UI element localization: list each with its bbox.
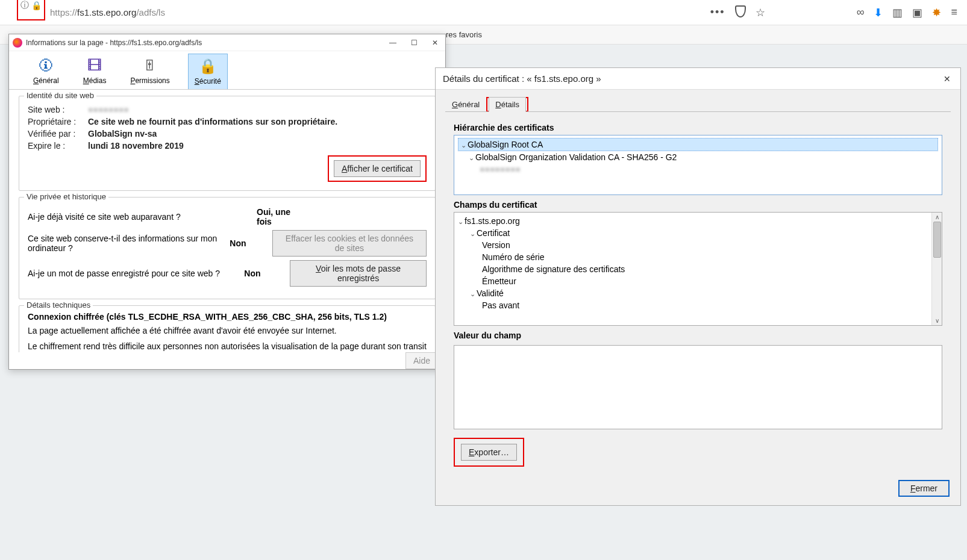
field-certificat-label: Certificat <box>477 228 510 238</box>
site-value: ■■■■■■■■ <box>88 105 427 114</box>
cert-tab-details-label: étails <box>501 100 519 109</box>
view-certificate-button[interactable]: Afficher le certificat <box>334 160 421 177</box>
help-button[interactable]: Aide <box>405 352 438 369</box>
menu-icon[interactable]: ≡ <box>951 6 957 19</box>
page-actions-icon[interactable]: ••• <box>710 6 725 19</box>
page-info-title-prefix: Informations sur la page - <box>26 39 110 47</box>
technical-legend: Détails techniques <box>24 300 93 310</box>
field-validity-label: Validité <box>477 288 504 298</box>
page-info-tabs: 🛈 Général 🎞 Médias 🎚 Permissions 🔒 Sécur… <box>9 51 445 90</box>
identity-legend: Identité du site web <box>24 91 96 100</box>
page-info-titlebar[interactable]: Informations sur la page - https://fs1.s… <box>9 34 445 51</box>
lock-icon[interactable]: 🔒 <box>31 1 42 10</box>
view-passwords-button[interactable]: Voir les mots de passe enregistrés <box>290 260 427 287</box>
hierarchy-leaf[interactable]: ■■■■■■■■ <box>458 163 938 175</box>
scroll-thumb[interactable] <box>933 222 941 258</box>
page-info-title-url: https://fs1.sts.epo.org/adfs/ls <box>110 39 202 47</box>
url-protocol: https:// <box>50 7 77 17</box>
tab-general[interactable]: 🛈 Général <box>27 54 65 89</box>
cert-body: Hiérarchie des certificats ⌄GlobalSign R… <box>436 112 960 474</box>
bookmark-star-icon[interactable]: ☆ <box>756 6 765 19</box>
technical-p2: Le chiffrement rend très difficile aux p… <box>28 341 427 352</box>
hierarchy-root[interactable]: ⌄GlobalSign Root CA <box>458 138 938 151</box>
chevron-down-icon: ⌄ <box>458 218 463 226</box>
info-circle-icon: 🛈 <box>36 56 55 75</box>
sidebar-icon[interactable]: ▣ <box>912 6 922 19</box>
chevron-down-icon: ⌄ <box>470 230 475 238</box>
site-label: Site web : <box>28 105 88 114</box>
verified-value: GlobalSign nv-sa <box>88 129 427 138</box>
view-cert-accelerator: A <box>342 164 347 173</box>
maximize-button[interactable]: ☐ <box>407 39 421 47</box>
downloads-icon[interactable]: ⬇ <box>874 6 883 19</box>
export-label: xporter… <box>474 447 509 457</box>
scroll-up-icon[interactable]: ∧ <box>935 214 939 220</box>
field-certificat[interactable]: ⌄Certificat <box>458 227 930 239</box>
password-answer: Non <box>244 269 290 278</box>
library-icon[interactable]: ▥ <box>892 6 903 19</box>
field-value-box[interactable] <box>454 345 942 429</box>
expires-label: Expire le : <box>28 141 88 151</box>
extension-icon[interactable]: ✸ <box>932 6 941 19</box>
privacy-legend: Vie privée et historique <box>24 192 108 201</box>
cert-footer: Fermer <box>436 474 960 505</box>
cert-close-icon[interactable]: ✕ <box>941 72 953 86</box>
field-top[interactable]: ⌄fs1.sts.epo.org <box>458 215 930 227</box>
close-label: ermer <box>915 484 937 493</box>
field-validity[interactable]: ⌄Validité <box>458 287 930 299</box>
cert-tab-general[interactable]: Général <box>445 97 486 112</box>
view-cert-label: fficher le certificat <box>347 164 413 173</box>
field-serial[interactable]: Numéro de série <box>458 251 930 263</box>
view-pw-label: oir les mots de passe enregistrés <box>321 264 401 283</box>
storage-question: Ce site web conserve-t-il des informatio… <box>28 234 230 253</box>
toolbar-right: ••• ☆ ∞ ⬇ ▥ ▣ ✸ ≡ <box>710 5 962 19</box>
url-path: /adfs/ls <box>136 7 165 17</box>
tab-permissions[interactable]: 🎚 Permissions <box>124 54 175 89</box>
field-sigalg[interactable]: Algorithme de signature des certificats <box>458 263 930 275</box>
cert-tab-details-highlight: Détails <box>486 97 528 112</box>
hierarchy-mid-label: GlobalSign Organization Validation CA - … <box>475 152 677 162</box>
close-button[interactable]: ✕ <box>428 39 442 47</box>
page-info-body: Identité du site web Site web :■■■■■■■■ … <box>9 90 445 352</box>
sliders-icon: 🎚 <box>140 56 160 75</box>
value-label: Valeur du champ <box>454 331 942 340</box>
pocket-icon[interactable] <box>735 5 746 19</box>
password-question: Ai-je un mot de passe enregistré pour ce… <box>28 269 244 278</box>
visited-question: Ai-je déjà visité ce site web auparavant… <box>28 212 257 222</box>
fields-tree[interactable]: ⌄fs1.sts.epo.org ⌄Certificat Version Num… <box>454 212 942 326</box>
tab-general-label: Général <box>33 76 59 85</box>
cert-tab-general-u: G <box>452 100 458 109</box>
tab-security-label: Sécurité <box>195 77 221 86</box>
hierarchy-root-label: GlobalSign Root CA <box>468 140 543 149</box>
cert-tab-details[interactable]: Détails <box>489 97 526 112</box>
field-top-label: fs1.sts.epo.org <box>465 216 520 226</box>
tab-media[interactable]: 🎞 Médias <box>77 54 113 89</box>
chevron-down-icon: ⌄ <box>461 142 466 149</box>
media-icon: 🎞 <box>85 56 104 75</box>
owner-label: Propriétaire : <box>28 117 88 126</box>
chevron-down-icon: ⌄ <box>470 290 475 298</box>
clear-cookies-button[interactable]: Effacer les cookies et les données de si… <box>272 230 427 257</box>
field-version[interactable]: Version <box>458 239 930 251</box>
url-host: fs1.sts.epo.org <box>77 7 136 17</box>
chevron-down-icon: ⌄ <box>469 154 474 162</box>
close-cert-button[interactable]: Fermer <box>898 480 950 497</box>
site-info-icon[interactable]: ⓘ <box>20 0 29 11</box>
technical-heading: Connexion chiffrée (clés TLS_ECDHE_RSA_W… <box>28 312 427 322</box>
privacy-group: Vie privée et historique Ai-je déjà visi… <box>19 197 436 299</box>
scrollbar[interactable]: ∧ ∨ <box>931 213 942 326</box>
hierarchy-tree[interactable]: ⌄GlobalSign Root CA ⌄GlobalSign Organiza… <box>454 135 942 195</box>
fields-label: Champs du certificat <box>454 200 942 210</box>
field-notbefore[interactable]: Pas avant <box>458 299 930 311</box>
export-button[interactable]: Exporter… <box>461 444 517 461</box>
page-info-window: Informations sur la page - https://fs1.s… <box>8 34 446 370</box>
tab-media-label: Médias <box>83 76 107 85</box>
minimize-button[interactable]: — <box>386 39 400 47</box>
url-bar[interactable]: ⓘ 🔒 https://fs1.sts.epo.org/adfs/ls <box>5 5 710 20</box>
scroll-down-icon[interactable]: ∨ <box>935 317 939 324</box>
hierarchy-intermediate[interactable]: ⌄GlobalSign Organization Validation CA -… <box>458 151 938 163</box>
cert-titlebar[interactable]: Détails du certificat : « fs1.sts.epo.or… <box>436 68 960 90</box>
field-issuer[interactable]: Émetteur <box>458 275 930 287</box>
tab-security[interactable]: 🔒 Sécurité <box>188 54 228 89</box>
mask-icon[interactable]: ∞ <box>857 6 865 19</box>
